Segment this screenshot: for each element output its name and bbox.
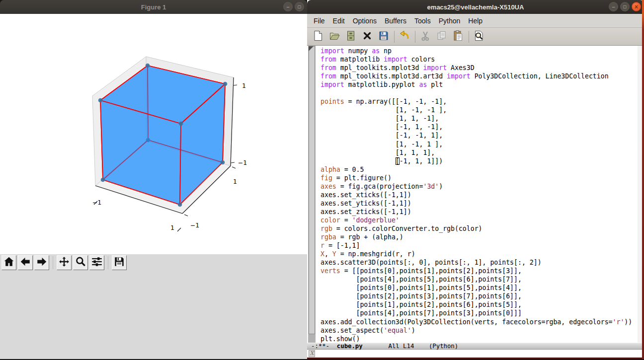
back-icon — [19, 256, 31, 270]
maximize-icon: ▢ — [621, 2, 629, 11]
scrollbar-slider[interactable] — [309, 46, 315, 334]
copy-button — [435, 30, 449, 44]
emacs-window-title: emacs25@vellachemla-X510UA — [427, 3, 524, 11]
copy-icon — [436, 30, 448, 44]
code-line: [-1, 1, -1], — [321, 123, 632, 131]
save-icon — [113, 256, 125, 270]
code-line: import matplotlib.pyplot as plt — [321, 80, 632, 89]
window-right-border — [642, 0, 644, 359]
code-line: alpha = 0.5 — [321, 165, 632, 174]
code-line: r = [-1,1] — [321, 241, 632, 250]
paste-icon — [452, 30, 464, 44]
new-file-icon — [312, 30, 324, 44]
menu-item-edit[interactable]: Edit — [329, 17, 349, 25]
minibuffer[interactable]: X — [307, 350, 642, 358]
cube-3d-plot: −1 1 −1 1 1 −1 — [0, 14, 307, 254]
code-line: plt.show() — [321, 335, 632, 343]
cut-icon — [419, 30, 431, 44]
minimize-button[interactable]: – — [283, 2, 293, 11]
xtick-label-1: 1 — [170, 224, 174, 231]
code-line — [321, 89, 632, 97]
modeline-buffer-name: cube.py — [337, 343, 363, 350]
code-line: fig = plt.figure() — [321, 174, 632, 182]
menu-item-buffers[interactable]: Buffers — [381, 17, 410, 25]
close-button[interactable]: × — [632, 2, 641, 11]
open-file-button[interactable] — [327, 30, 341, 44]
save-button[interactable] — [112, 255, 127, 270]
back-button[interactable] — [18, 255, 33, 270]
menu-item-file[interactable]: File — [310, 17, 329, 25]
figure-window-body — [0, 254, 307, 359]
window-bottom-border — [307, 358, 644, 359]
paste-button[interactable] — [451, 30, 465, 44]
ytick-label-1: 1 — [233, 178, 237, 185]
code-text[interactable]: import numpy as npfrom matplotlib import… — [321, 47, 632, 343]
code-line: import numpy as np — [321, 47, 632, 55]
menu-item-python[interactable]: Python — [435, 17, 465, 25]
emacs-toolbar — [307, 28, 642, 46]
figure-titlebar[interactable]: Figure 1 – ▢ — [0, 0, 307, 14]
toolbar-separator — [394, 31, 395, 43]
modeline-status: -:**- — [311, 343, 337, 350]
mode-line: -:**- cube.py All L14 (Python) — [307, 343, 642, 350]
code-line: [points[4],points[5],points[6],points[7]… — [321, 275, 632, 284]
isearch-button[interactable] — [472, 30, 486, 44]
plot-canvas[interactable]: −1 1 −1 1 1 −1 — [0, 14, 307, 254]
minibuffer-fringe-icon: X — [309, 350, 315, 357]
forward-button[interactable] — [34, 255, 49, 270]
buffer-top-indicator-icon — [309, 46, 314, 51]
toolbar-separator — [108, 256, 108, 269]
dired-button[interactable] — [344, 30, 358, 44]
configure-subplots-button[interactable] — [89, 255, 104, 270]
code-line: axes.add_collection3d(Poly3DCollection(v… — [321, 318, 632, 326]
code-line: from mpl_toolkits.mplot3d.art3d import P… — [321, 72, 632, 80]
menu-item-help[interactable]: Help — [464, 17, 486, 25]
code-line: [1, -1, 1 ], — [321, 140, 632, 148]
zoom-icon — [75, 256, 86, 270]
save-buffer-button[interactable] — [377, 30, 391, 44]
code-line: from mpl_toolkits.mplot3d import Axes3D — [321, 64, 632, 72]
toolbar-separator — [415, 31, 415, 43]
code-line: [1, 1, 1], — [321, 148, 632, 157]
home-button[interactable] — [1, 255, 16, 270]
isearch-icon — [473, 30, 485, 44]
pan-button[interactable] — [57, 255, 72, 270]
code-line: [points[4],points[7],points[3],points[0]… — [321, 309, 632, 317]
menu-item-options[interactable]: Options — [349, 17, 381, 25]
modeline-position: All L14 (Python) — [363, 343, 459, 350]
forward-icon — [36, 256, 48, 270]
undo-button[interactable] — [398, 30, 411, 44]
configure-subplots-icon — [91, 256, 103, 270]
emacs-window: emacs25@vellachemla-X510UA – ▢ × FileEdi… — [307, 0, 644, 359]
undo-icon — [399, 30, 410, 44]
code-line: axes.set_xticks([-1,1]) — [321, 191, 632, 199]
pan-icon — [58, 256, 70, 270]
open-file-icon — [328, 30, 340, 44]
code-line: X, Y = np.meshgrid(r, r) — [321, 250, 632, 258]
emacs-titlebar[interactable]: emacs25@vellachemla-X510UA – ▢ × — [307, 0, 644, 14]
close-icon: × — [632, 2, 641, 11]
matplotlib-toolbar — [0, 254, 307, 271]
maximize-button[interactable]: ▢ — [620, 2, 630, 11]
maximize-button[interactable]: ▢ — [295, 2, 304, 11]
figure-window-title: Figure 1 — [141, 3, 166, 11]
code-line: [1, 1, -1], — [321, 114, 632, 123]
save-buffer-icon — [378, 30, 390, 44]
ztick-label-neg1: −1 — [238, 159, 247, 166]
dired-icon — [345, 30, 357, 44]
menu-item-tools[interactable]: Tools — [410, 17, 435, 25]
code-line: [points[0],points[1],points[5],points[4]… — [321, 284, 632, 292]
code-editor[interactable]: ▽ import numpy as npfrom matplotlib impo… — [307, 46, 642, 343]
code-line: points = np.array([[-1, -1, -1], — [321, 97, 632, 106]
close-buffer-button[interactable] — [360, 30, 374, 44]
new-file-button[interactable] — [311, 30, 325, 44]
minimize-icon: – — [609, 2, 618, 11]
code-line: [points[2],points[3],points[7],points[6]… — [321, 292, 632, 300]
minimize-button[interactable]: – — [609, 2, 618, 11]
zoom-button[interactable] — [73, 255, 88, 270]
ztick-label-1: 1 — [242, 82, 246, 89]
code-line: from matplotlib import colors — [321, 55, 632, 64]
xtick-label-neg1: −1 — [92, 199, 101, 206]
scrollbar[interactable]: ▽ — [308, 46, 316, 343]
maximize-icon: ▢ — [295, 2, 304, 11]
